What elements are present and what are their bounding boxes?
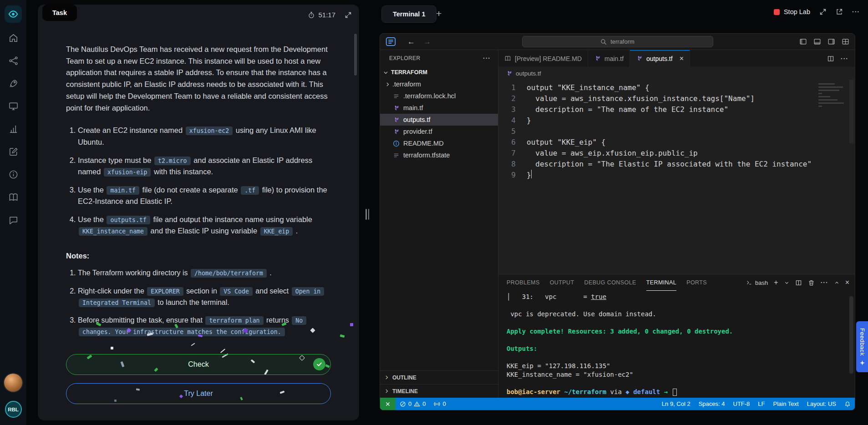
sidebar-info-button[interactable]: [7, 168, 19, 180]
new-terminal-icon[interactable]: +: [774, 279, 778, 286]
terminal-cursor: [673, 389, 677, 396]
explorer-root-folder[interactable]: TERRAFORM: [380, 66, 498, 78]
sidebar-labs-button[interactable]: [7, 100, 19, 112]
outline-section[interactable]: OUTLINE: [380, 370, 498, 384]
panel-tab-debug-console[interactable]: DEBUG CONSOLE: [584, 274, 636, 291]
chevron-down-icon: [383, 70, 389, 76]
file-.terraform.lock.hcl[interactable]: .terraform.lock.hcl: [380, 90, 498, 102]
maximize-panel-icon[interactable]: [834, 280, 839, 285]
language-mode[interactable]: Plain Text: [769, 398, 803, 410]
sidebar-docs-button[interactable]: [7, 191, 19, 203]
explorer-title: EXPLORER: [389, 55, 421, 61]
indentation[interactable]: Spaces: 4: [695, 398, 729, 410]
terminal-dropdown-icon[interactable]: [784, 280, 789, 285]
search-box[interactable]: terraform: [522, 36, 713, 47]
sidebar-progress-button[interactable]: [7, 123, 19, 135]
split-editor-icon[interactable]: [827, 55, 834, 62]
file-.terraform[interactable]: .terraform: [380, 78, 498, 90]
terminal-line: [507, 353, 855, 362]
terraform-file-icon: [594, 55, 601, 62]
terminal-output[interactable]: │ 31: vpc = true vpc is deprecated. Use …: [498, 291, 855, 398]
encoding[interactable]: UTF-8: [729, 398, 754, 410]
task-note: Right-click under the EXPLORER section i…: [78, 286, 331, 309]
expand-task-icon[interactable]: [345, 11, 352, 19]
forward-icon[interactable]: →: [423, 37, 431, 46]
panel-resizer[interactable]: [364, 207, 371, 222]
search-icon: [600, 39, 607, 45]
file-outputs.tf[interactable]: outputs.tf: [380, 114, 498, 126]
sidebar-rocket-button[interactable]: [7, 77, 19, 89]
panel-more-icon[interactable]: ···: [821, 279, 828, 286]
editor-tab-[preview]-readme.md[interactable]: [Preview] README.MD: [498, 50, 588, 67]
explorer-actions-icon[interactable]: ···: [483, 55, 491, 62]
file-provider.tf[interactable]: provider.tf: [380, 126, 498, 137]
kill-terminal-icon[interactable]: [808, 279, 815, 286]
ports-status[interactable]: 0: [430, 398, 450, 410]
file-terraform.tfstate[interactable]: terraform.tfstate: [380, 149, 498, 161]
editor-tab-outputs.tf[interactable]: outputs.tf×: [630, 50, 690, 67]
terminal-1-tab[interactable]: Terminal 1: [381, 5, 437, 23]
open-new-window-icon[interactable]: [836, 8, 843, 15]
task-tab[interactable]: Task: [42, 5, 77, 21]
check-button[interactable]: Check: [66, 354, 331, 375]
split-terminal-icon[interactable]: [795, 279, 802, 286]
file-label: outputs.tf: [403, 116, 431, 123]
more-options-icon[interactable]: ···: [852, 8, 860, 15]
sidebar-editor-button[interactable]: [7, 146, 19, 157]
titlebar-actions: [799, 38, 849, 46]
problems-status[interactable]: 0 0: [396, 398, 430, 410]
vscode-titlebar: ← → terraform: [380, 34, 855, 50]
shell-selector[interactable]: bash: [746, 279, 768, 286]
toggle-panel-icon[interactable]: [813, 38, 821, 46]
customize-layout-icon[interactable]: [842, 38, 849, 46]
editor-more-icon[interactable]: ···: [841, 55, 848, 62]
task-body: The Nautilus DevOps Team has received a …: [38, 27, 359, 420]
file-README.MD[interactable]: README.MD: [380, 137, 498, 149]
close-tab-icon[interactable]: ×: [680, 55, 684, 62]
code-editor[interactable]: 1output "KKE_instance_name" {2 value = a…: [498, 80, 855, 274]
toggle-secondary-sidebar-icon[interactable]: [827, 38, 835, 46]
close-panel-icon[interactable]: ×: [845, 279, 849, 286]
eol[interactable]: LF: [754, 398, 769, 410]
menu-icon[interactable]: [386, 36, 396, 47]
task-scrollbar[interactable]: [354, 34, 357, 76]
panel-tab-ports[interactable]: PORTS: [686, 274, 707, 291]
sidebar-home-button[interactable]: [7, 32, 19, 44]
expand-terminal-icon[interactable]: [819, 8, 827, 15]
code-line: 6output "KKE_eip" {: [498, 137, 855, 148]
code-line: 9}: [498, 170, 855, 181]
back-icon[interactable]: ←: [407, 37, 415, 46]
app-root: RBL Task 51:17 The Nautilus DevOps Team …: [0, 0, 868, 425]
chat-icon: [8, 215, 19, 225]
new-terminal-tab-button[interactable]: +: [436, 9, 442, 18]
stop-lab-button[interactable]: Stop Lab: [774, 8, 810, 15]
user-avatar[interactable]: [4, 374, 22, 392]
editor-tab-main.tf[interactable]: main.tf: [588, 50, 630, 67]
sidebar-chat-button[interactable]: [7, 214, 19, 226]
file-main.tf[interactable]: main.tf: [380, 102, 498, 114]
rbl-badge[interactable]: RBL: [5, 401, 22, 418]
panel-tab-output[interactable]: OUTPUT: [550, 274, 574, 291]
chevron-right-icon: [384, 374, 390, 380]
timeline-section[interactable]: TIMELINE: [380, 384, 498, 398]
ports-count: 0: [442, 400, 446, 407]
toggle-sidebar-icon[interactable]: [799, 38, 807, 46]
try-later-button[interactable]: Try Later: [66, 383, 331, 404]
panel-tab-problems[interactable]: PROBLEMS: [507, 274, 540, 291]
rocket-icon: [8, 78, 19, 89]
task-steps: Create an EC2 instance named xfusion-ec2…: [66, 125, 331, 237]
minimap[interactable]: [818, 83, 848, 109]
sidebar-workflows-button[interactable]: [7, 55, 19, 66]
kodekloud-logo[interactable]: [5, 5, 22, 23]
terminal-line: Apply complete! Resources: 3 added, 0 ch…: [507, 327, 855, 336]
breadcrumb[interactable]: outputs.tf: [498, 67, 855, 80]
panel-tab-terminal[interactable]: TERMINAL: [646, 274, 676, 291]
remote-indicator[interactable]: [380, 398, 396, 410]
progress-icon: [8, 124, 19, 134]
feedback-button[interactable]: Feedback: [856, 321, 868, 372]
keyboard-layout[interactable]: Layout: US: [803, 398, 840, 410]
panel-header: PROBLEMSOUTPUTDEBUG CONSOLETERMINALPORTS…: [498, 274, 855, 291]
cursor-position[interactable]: Ln 9, Col 2: [658, 398, 695, 410]
notifications-button[interactable]: [840, 398, 855, 410]
file-lines-icon: [393, 93, 400, 100]
